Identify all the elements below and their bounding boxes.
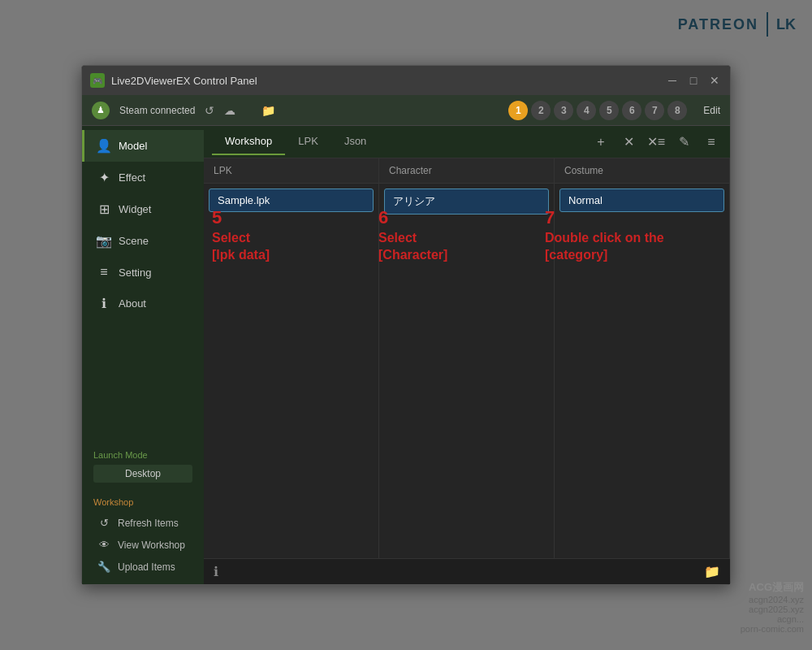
- upload-items-button[interactable]: 🔧 Upload Items: [93, 556, 192, 578]
- badge-7[interactable]: 7: [645, 101, 664, 120]
- tab-lpk[interactable]: LPK: [285, 128, 331, 155]
- character-column: Character アリシア: [379, 158, 555, 558]
- launch-mode-value: Desktop: [93, 465, 192, 483]
- sidebar-item-about[interactable]: ℹ About: [82, 288, 204, 319]
- lk-label: LK: [776, 16, 796, 33]
- tab-bar: Workshop LPK Json + ✕ ✕≡ ✎ ≡: [204, 126, 730, 158]
- add-button[interactable]: +: [590, 132, 611, 153]
- watermark-line-3: acgn...: [741, 614, 804, 624]
- tab-json[interactable]: Json: [331, 128, 379, 155]
- title-bar: 🎮 Live2DViewerEX Control Panel ─ □ ✕: [82, 66, 730, 95]
- character-column-body: アリシア: [379, 184, 554, 558]
- badge-1[interactable]: 1: [508, 101, 528, 120]
- badge-4[interactable]: 4: [577, 101, 596, 120]
- sidebar-item-widget[interactable]: ⊞ Widget: [82, 193, 204, 225]
- patreon-label: PATREON: [678, 16, 758, 33]
- view-workshop-icon: 👁: [97, 539, 111, 551]
- sidebar-label-setting: Setting: [119, 266, 151, 279]
- sidebar-label-widget: Widget: [119, 203, 151, 215]
- badge-2[interactable]: 2: [531, 101, 551, 120]
- steam-bar: ♟ Steam connected ↺ ☁ 📁 1 2 3 4 5 6 7 8 …: [82, 95, 730, 126]
- sidebar-label-model: Model: [119, 140, 147, 152]
- right-panel: Workshop LPK Json + ✕ ✕≡ ✎ ≡ LPK S: [204, 126, 730, 584]
- setting-icon: ≡: [96, 265, 112, 280]
- filter-button[interactable]: ✕≡: [646, 132, 667, 153]
- edit-pencil-button[interactable]: ✎: [673, 132, 694, 153]
- lpk-column-header: LPK: [204, 158, 378, 184]
- badge-6[interactable]: 6: [622, 101, 641, 120]
- character-item-alicia[interactable]: アリシア: [384, 188, 549, 214]
- badge-3[interactable]: 3: [554, 101, 573, 120]
- sidebar-label-about: About: [119, 297, 146, 310]
- sidebar-item-setting[interactable]: ≡ Setting: [82, 257, 204, 288]
- costume-column-header: Costume: [555, 158, 729, 184]
- sidebar-item-effect[interactable]: ✦ Effect: [82, 162, 204, 193]
- folder-icon[interactable]: 📁: [261, 104, 275, 117]
- sidebar-label-effect: Effect: [119, 171, 145, 184]
- minimize-button[interactable]: ─: [665, 73, 680, 88]
- launch-mode-label: Launch Mode: [93, 450, 192, 460]
- bottom-folder-icon[interactable]: 📁: [704, 564, 720, 579]
- view-workshop-button[interactable]: 👁 View Workshop: [93, 534, 192, 556]
- columns-panel: LPK Sample.lpk Character アリシア Costume: [204, 158, 730, 558]
- watermark-line-4: porn-comic.com: [741, 624, 804, 634]
- branding-divider: [767, 12, 768, 37]
- watermark: ACG漫画网 acgn2024.xyz acgn2025.xyz acgn...…: [741, 580, 804, 634]
- refresh-items-label: Refresh Items: [118, 518, 179, 529]
- about-icon: ℹ: [96, 296, 112, 311]
- number-badges: 1 2 3 4 5 6 7 8: [508, 101, 687, 120]
- sidebar: 👤 Model ✦ Effect ⊞ Widget 📷 Scene ≡ Sett…: [82, 126, 204, 584]
- steam-status: Steam connected: [119, 105, 195, 116]
- costume-column: Costume Normal: [555, 158, 730, 558]
- view-workshop-label: View Workshop: [118, 540, 185, 551]
- lpk-column: LPK Sample.lpk: [204, 158, 379, 558]
- maximize-button[interactable]: □: [686, 73, 701, 88]
- workshop-section-label: Workshop: [93, 497, 192, 507]
- sidebar-item-model[interactable]: 👤 Model: [82, 130, 204, 162]
- watermark-line-2: acgn2025.xyz: [741, 604, 804, 614]
- app-window: 🎮 Live2DViewerEX Control Panel ─ □ ✕ ♟ S…: [81, 65, 731, 585]
- launch-mode-section: Launch Mode Desktop: [82, 442, 204, 491]
- bottom-bar: ℹ 📁: [204, 558, 730, 584]
- effect-icon: ✦: [96, 170, 112, 185]
- upload-items-icon: 🔧: [97, 561, 111, 573]
- bottom-info-icon[interactable]: ℹ: [214, 564, 218, 579]
- close-x-button[interactable]: ✕: [618, 132, 639, 153]
- window-controls: ─ □ ✕: [665, 73, 722, 88]
- badge-8[interactable]: 8: [667, 101, 687, 120]
- workshop-section: Workshop ↺ Refresh Items 👁 View Workshop…: [82, 491, 204, 584]
- model-icon: 👤: [96, 138, 112, 154]
- costume-item-normal[interactable]: Normal: [559, 188, 724, 212]
- costume-column-body: Normal: [555, 184, 729, 558]
- watermark-main: ACG漫画网: [741, 580, 804, 595]
- lpk-item-sample[interactable]: Sample.lpk: [209, 188, 374, 212]
- window-title: Live2DViewerEX Control Panel: [111, 75, 665, 87]
- scene-icon: 📷: [96, 233, 112, 249]
- close-button[interactable]: ✕: [707, 73, 722, 88]
- upload-items-label: Upload Items: [118, 561, 175, 573]
- list-button[interactable]: ≡: [701, 132, 722, 153]
- steam-icon: ♟: [92, 102, 110, 119]
- refresh-items-icon: ↺: [97, 517, 111, 529]
- tab-workshop[interactable]: Workshop: [212, 128, 285, 155]
- cloud-icon: ☁: [224, 104, 235, 117]
- refresh-icon[interactable]: ↺: [205, 104, 214, 117]
- sidebar-item-scene[interactable]: 📷 Scene: [82, 225, 204, 257]
- main-content: 👤 Model ✦ Effect ⊞ Widget 📷 Scene ≡ Sett…: [82, 126, 730, 584]
- character-column-header: Character: [379, 158, 554, 184]
- lpk-column-body: Sample.lpk: [204, 184, 378, 558]
- sidebar-label-scene: Scene: [119, 235, 149, 247]
- watermark-line-1: acgn2024.xyz: [741, 595, 804, 604]
- app-icon: 🎮: [90, 73, 105, 88]
- tab-actions: + ✕ ✕≡ ✎ ≡: [590, 132, 722, 153]
- widget-icon: ⊞: [96, 202, 112, 217]
- badge-5[interactable]: 5: [599, 101, 619, 120]
- branding-bar: PATREON LK: [568, 0, 812, 49]
- refresh-items-button[interactable]: ↺ Refresh Items: [93, 512, 192, 534]
- edit-button[interactable]: Edit: [703, 105, 720, 116]
